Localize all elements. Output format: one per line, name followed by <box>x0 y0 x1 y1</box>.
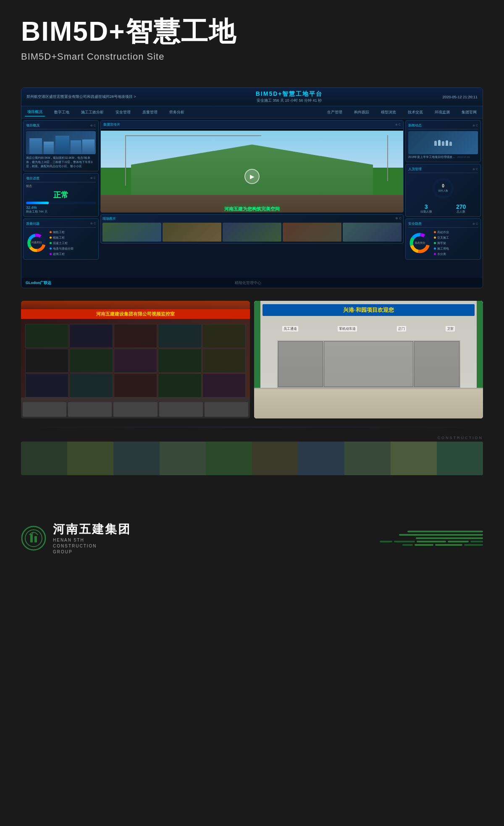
svg-text:实时人数: 实时人数 <box>438 189 448 192</box>
gate-door-1 <box>278 341 323 387</box>
console-1 <box>23 402 66 417</box>
nav-item-portal[interactable]: 集团官网 <box>459 108 479 116</box>
label-main-gate: 正门 <box>397 326 406 331</box>
surv-s10 <box>202 349 246 373</box>
quality-donut-section: 问题类别 钢筋工程 模板工程 混凝土工程 <box>26 229 96 257</box>
dashboard-content: 项目概况 ⊕ C 酒店公寓约90.5KM，规划面积32.0KM，包含7栋单体，楼… <box>21 118 483 278</box>
news-img-bg <box>408 131 478 154</box>
brand-footer: 河南五建集团 HENAN 5TH CONSTRUCTION GROUP <box>21 521 483 555</box>
brand-left: 河南五建集团 HENAN 5TH CONSTRUCTION GROUP <box>21 521 131 555</box>
dashboard-topbar: 郑州航空港区盛世宏图置业有限公司和昌盛世城邦28号地块项目 > BIM5D+智慧… <box>21 88 483 106</box>
aerial-zone-7 <box>298 442 344 475</box>
deco-s2-3 <box>435 544 462 546</box>
separator-1 <box>21 427 483 427</box>
deco-s2-4 <box>464 544 483 546</box>
surv-s8 <box>114 349 157 373</box>
video-icons: ⊕ C <box>395 123 401 126</box>
legend-concrete: 混凝土工程 <box>50 240 74 246</box>
field-photos-row <box>102 223 402 242</box>
surv-s6 <box>25 349 68 373</box>
safety-legend: 高处作业 交叉施工 脚手架 施工用电 <box>434 229 449 257</box>
nav-item-quality[interactable]: 质量管理 <box>140 108 160 116</box>
person-3 <box>442 141 444 146</box>
safety-card: 安全隐患 ⊕ C 隐患类别 <box>405 218 481 260</box>
surv-s5 <box>202 324 246 348</box>
field-photo-4[interactable] <box>283 223 341 242</box>
nav-item-efficiency[interactable]: 施工工效分析 <box>79 108 106 116</box>
console-4 <box>159 402 203 417</box>
nav-item-production[interactable]: 生产管理 <box>325 108 345 116</box>
legend-dot-formwork <box>50 237 52 239</box>
quality-title: 质量问题 ⊕ C <box>26 221 96 228</box>
legend-dot-other <box>50 253 52 255</box>
video-card[interactable]: 集团宣传片 ⊕ C ▶ <box>100 120 404 213</box>
legend-formwork: 模板工程 <box>50 235 74 240</box>
safety-electrical: 施工用电 <box>434 246 449 251</box>
safety-icons: ⊕ C <box>472 222 478 226</box>
topbar-center: BIM5D+智慧工地平台 安全施工 356 天 10 小时 56 分钟 41 秒 <box>256 90 323 103</box>
svg-text:隐患类别: 隐患类别 <box>415 242 425 244</box>
field-photo-2[interactable] <box>163 223 221 242</box>
construction-label: CONSTRUCTION <box>21 436 483 440</box>
person-1 <box>434 141 437 146</box>
news-image <box>408 131 478 154</box>
surv-s9 <box>158 349 201 373</box>
aerial-zone-3 <box>113 442 160 475</box>
entrance-photo: 兴港·和园项目欢迎您 员工通道 零机动车道 正门 卫室 <box>254 301 483 418</box>
quality-card: 质量问题 ⊕ C 问题类别 <box>23 218 99 260</box>
nav-item-env[interactable]: 环境监测 <box>432 108 452 116</box>
nav-item-overview[interactable]: 项目概况 <box>25 108 45 116</box>
topbar-datetime: 2020-05-12 21:20:11 <box>442 95 478 99</box>
console-3 <box>113 402 157 417</box>
surv-s11 <box>25 374 68 397</box>
entrance-ground <box>254 389 483 418</box>
progress-bar <box>26 202 96 204</box>
platform-title: BIM5D+智慧工地平台 <box>256 90 323 98</box>
safety-dot-scaffold <box>434 242 436 244</box>
video-title: 集团宣传片 ⊕ C <box>101 121 403 129</box>
field-photo-3[interactable] <box>223 223 281 242</box>
video-play-button[interactable]: ▶ <box>244 169 260 184</box>
nav-item-components[interactable]: 构件跟踪 <box>352 108 372 116</box>
surv-s3 <box>114 324 157 348</box>
personnel-title: 人员管理 ⊕ C <box>408 167 478 173</box>
dashboard-nav: 项目概况 数字工地 施工工效分析 安全管理 质量管理 劳务分析 生产管理 构件跟… <box>21 106 483 118</box>
buildings-illustration <box>26 131 96 154</box>
deco-s2-1 <box>402 544 413 546</box>
total-stat: 270 总人数 <box>456 203 466 214</box>
news-thumbnail <box>408 131 478 154</box>
aerial-zone-5 <box>206 442 252 475</box>
nav-item-model[interactable]: 模型浏览 <box>378 108 399 116</box>
field-photo-1[interactable] <box>102 223 161 242</box>
deco-small-2 <box>394 541 415 542</box>
quality-donut-chart: 问题类别 <box>26 232 47 253</box>
deco-small-5 <box>470 541 483 542</box>
console-2 <box>68 402 112 417</box>
sub-title: BIM5D+Smart Construction Site <box>21 51 483 62</box>
safety-high-work: 高处作业 <box>434 229 449 235</box>
total-label: 总人数 <box>456 210 466 214</box>
aerial-zone-6 <box>252 442 298 475</box>
quality-legend: 钢筋工程 模板工程 混凝土工程 地基与基础分部 <box>50 229 74 257</box>
header-section: BIM5D+智慧工地 BIM5D+Smart Construction Site <box>0 0 504 75</box>
surv-s15 <box>202 374 246 397</box>
aerial-zone-9 <box>391 442 437 475</box>
gate-door-2 <box>324 341 413 387</box>
legend-dot-foundation <box>50 247 52 250</box>
crane-1-arm <box>125 135 261 136</box>
nav-item-labor[interactable]: 劳务分析 <box>167 108 187 116</box>
brand-name-en: HENAN 5TH CONSTRUCTION GROUP <box>53 537 131 555</box>
center-column: 集团宣传片 ⊕ C ▶ <box>100 120 404 276</box>
field-photo-5[interactable] <box>343 223 402 242</box>
dashboard-footer-center: 精细化管理中心 <box>235 280 261 286</box>
total-value: 270 <box>456 203 466 210</box>
progress-title: 项目进度 ⊕ C <box>26 176 96 182</box>
legend-foundation: 地基与基础分部 <box>50 246 74 251</box>
nav-item-tech[interactable]: 技术交底 <box>405 108 425 116</box>
nav-item-digital[interactable]: 数字工地 <box>52 108 72 116</box>
safety-dot-water <box>434 253 436 255</box>
project-thumbnail <box>26 131 96 154</box>
nav-item-safety[interactable]: 安全管理 <box>113 108 133 116</box>
deco-line-1 <box>407 531 483 532</box>
progress-icons: ⊕ C <box>90 176 96 180</box>
